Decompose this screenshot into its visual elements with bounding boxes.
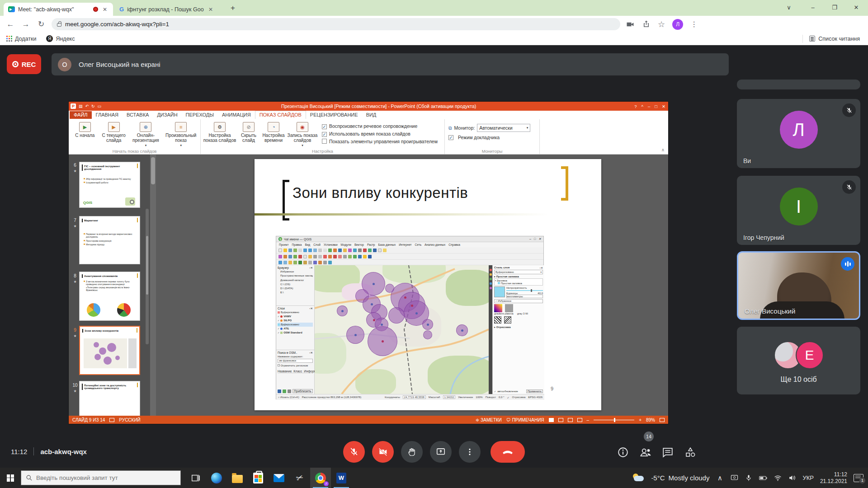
microsoft-store-icon[interactable] [248, 468, 269, 488]
style-layer-dropdown[interactable]: Буферизовано▾ [494, 270, 543, 274]
ppt-tab-review[interactable]: РЕЦЕНЗИРОВАНИЕ [306, 111, 362, 119]
ppt-tab-animation[interactable]: АНИМАЦИЯ [218, 111, 255, 119]
fill-type-row[interactable]: ▸ Простая заливка [494, 275, 543, 278]
file-explorer-icon[interactable] [227, 468, 248, 488]
weather-icon[interactable] [632, 474, 645, 483]
menu-item[interactable]: Правка [292, 243, 302, 246]
online-presentation-button[interactable]: ⊕Онлайн-презентация▾ [128, 121, 164, 147]
window-minimize-button[interactable]: – [804, 2, 822, 14]
thumbnail-slide-6[interactable]: ГІС – основний інструмент дослідження Зб… [79, 162, 140, 208]
activities-icon[interactable] [684, 446, 696, 458]
menu-item[interactable]: Сеть [415, 243, 421, 246]
ppt-tab-view[interactable]: ВИД [362, 111, 381, 119]
fill-color-swatch[interactable] [494, 286, 505, 297]
thumbnail-slide-7[interactable]: Маркетинг Первинні та вторинні методи ма… [79, 216, 140, 264]
share-icon[interactable] [642, 20, 651, 28]
ppt-close-button[interactable]: ✕ [662, 104, 665, 109]
raise-hand-button[interactable] [401, 441, 423, 463]
notes-button[interactable]: ≑ ЗАМЕТКИ [476, 418, 502, 422]
layer-row-selected[interactable]: Буферизовано [278, 323, 313, 327]
ppt-tab-transitions[interactable]: ПЕРЕХОДЫ [182, 111, 218, 119]
symbol-search-field[interactable]: ⌕ Избранное [494, 299, 543, 303]
profile-avatar[interactable]: Л [672, 19, 683, 30]
back-icon[interactable]: ← [3, 20, 18, 29]
forward-icon[interactable]: → [18, 20, 33, 29]
volume-icon[interactable] [788, 474, 796, 481]
url-bar[interactable]: meet.google.com/acb-akwq-wqx?pli=1 [52, 18, 620, 30]
checkbox-use-timings[interactable]: Использовать время показа слайдов [322, 131, 438, 137]
participant-tile-oleg-video[interactable]: Олег Висоцький [737, 251, 860, 320]
ppt-tab-file[interactable]: ФАЙЛ [70, 111, 92, 119]
participants-icon[interactable] [639, 446, 651, 458]
mail-icon[interactable] [269, 468, 289, 488]
ppt-restore-button[interactable]: □ [655, 104, 657, 109]
save-icon[interactable]: ▤ [79, 104, 83, 108]
ppt-tab-slideshow[interactable]: ПОКАЗ СЛАЙДОВ [255, 111, 306, 119]
gradient-swatch[interactable] [494, 304, 502, 312]
slideshow-icon[interactable]: ▭ [98, 104, 102, 108]
tab-close-icon[interactable] [101, 6, 108, 13]
menu-item[interactable]: Вид [305, 243, 310, 246]
limit-region-checkbox[interactable]: Ограничить регионом [278, 364, 313, 368]
from-current-slide-button[interactable]: ▶С текущего слайда [99, 121, 128, 143]
bookmark-apps[interactable]: Додатки [15, 36, 36, 42]
menu-item[interactable]: Интернет [399, 243, 411, 246]
mic-toggle-button[interactable] [343, 441, 365, 463]
zoom-slider[interactable] [594, 420, 634, 420]
spellcheck-icon[interactable] [109, 418, 114, 422]
opacity-slider[interactable] [506, 290, 543, 291]
weather-desc[interactable]: Mostly cloudy [669, 474, 710, 482]
layer-row[interactable]: Буферизовано [278, 310, 313, 314]
menu-item[interactable]: База данных [378, 243, 396, 246]
ppt-ribbon-options-icon[interactable]: ^ [642, 104, 643, 109]
taskbar-search[interactable] [21, 470, 181, 485]
hatch-swatch[interactable] [504, 316, 511, 324]
weather-temp[interactable]: -5°C [651, 474, 665, 482]
editor-scrollbar[interactable] [150, 155, 156, 416]
slide-canvas[interactable]: Зони впливу конкурентів 9 Q Чаї имени — … [255, 159, 601, 410]
browser-tab-meet[interactable]: Meet: "acb-akwq-wqx" [4, 3, 113, 16]
osm-search-input[interactable]: ив-франковск [278, 359, 313, 363]
thumbnail-slide-8[interactable]: Анкетування споживачів З метою визначенн… [79, 272, 140, 321]
menu-item[interactable]: Растр [367, 243, 375, 246]
record-slideshow-button[interactable]: ◉Запись показа слайдов▾ [287, 121, 318, 147]
ppt-tab-design[interactable]: ДИЗАЙН [153, 111, 181, 119]
clock-date[interactable]: 11:12 21.12.2021 [820, 471, 847, 485]
tray-mic-icon[interactable] [745, 474, 753, 482]
language-indicator[interactable]: УКР [802, 474, 814, 481]
apply-button[interactable]: Применить [526, 389, 543, 393]
window-restore-button[interactable]: ❐ [826, 2, 844, 14]
browser-menu-icon[interactable]: ⋮ [690, 20, 698, 28]
meeting-details-icon[interactable] [617, 446, 629, 458]
layer-row[interactable]: ✓АТБ [278, 327, 313, 331]
zoom-to-button[interactable]: Приблизить [292, 389, 313, 393]
slideshow-view-icon[interactable] [577, 418, 582, 422]
ppt-tab-insert[interactable]: ВСТАВКА [123, 111, 153, 119]
participant-tile-others[interactable]: Е Ще 10 осіб [737, 327, 860, 394]
window-close-button[interactable]: ✕ [847, 2, 865, 14]
zoom-in-icon[interactable]: + [639, 418, 642, 422]
task-view-button[interactable] [185, 468, 206, 488]
slide-sorter-icon[interactable] [558, 418, 563, 422]
tab-close-icon[interactable] [207, 6, 214, 13]
notification-center-icon[interactable]: 1 [854, 474, 863, 482]
cast-icon[interactable] [730, 474, 738, 481]
chrome-taskbar-icon[interactable]: Л [310, 468, 331, 488]
zoom-percent[interactable]: 89% [646, 418, 655, 422]
menu-item[interactable]: Установки [324, 243, 338, 246]
ppt-tab-home[interactable]: ГЛАВНАЯ [92, 111, 123, 119]
thumbnail-slide-9-selected[interactable]: Зони впливу конкурентів [79, 326, 140, 375]
reload-icon[interactable]: ↻ [33, 19, 49, 29]
units-field[interactable]: миллиметры [506, 295, 543, 298]
bookmark-star-icon[interactable]: ☆ [658, 19, 665, 29]
normal-view-icon[interactable] [549, 418, 554, 422]
more-options-button[interactable] [459, 441, 481, 463]
apps-grid-icon[interactable] [6, 36, 12, 42]
present-screen-button[interactable] [430, 441, 452, 463]
fit-to-window-icon[interactable] [660, 418, 665, 422]
reading-list-button[interactable]: Список читання [802, 35, 868, 43]
redo-icon[interactable]: ↻ [91, 104, 95, 108]
reading-view-icon[interactable] [568, 418, 573, 422]
thumbnail-slide-10[interactable]: Потенційні зони та доступність громадськ… [79, 381, 140, 416]
comments-button[interactable]: 🗩 ПРИМЕЧАНИЯ [506, 418, 544, 422]
